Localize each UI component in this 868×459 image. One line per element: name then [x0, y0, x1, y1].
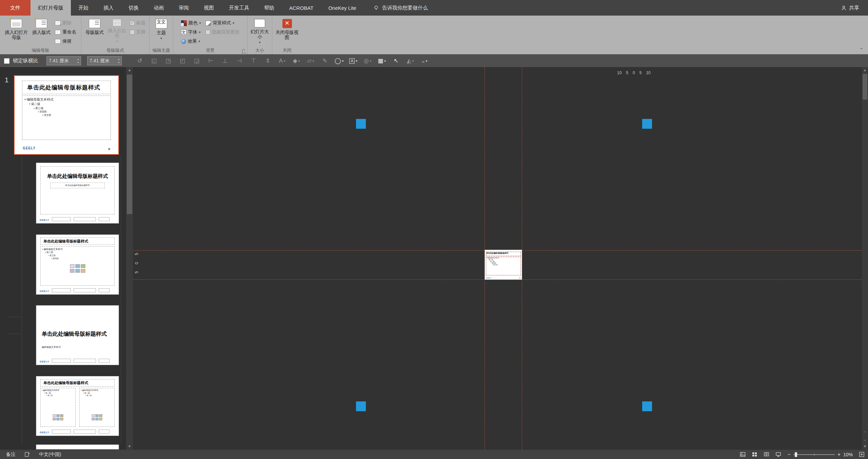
thumbnail-slide-master[interactable]: 单击此处编辑母版标题样式 编辑母版文本样式第二级第三级第四级第五级 GEELY — [14, 75, 119, 155]
guide-handle[interactable] — [642, 401, 652, 411]
resize-height-icon[interactable]: ⇕ — [262, 56, 274, 66]
menu-tab[interactable]: 文件 — [0, 0, 31, 16]
menu-tab[interactable]: 切换 — [121, 0, 146, 16]
spin-down-icon[interactable]: ▼ — [77, 61, 79, 64]
slide-sorter-icon[interactable] — [752, 452, 757, 457]
spin-up-icon[interactable]: ▲ — [77, 58, 79, 60]
bring-to-front-icon[interactable]: ◰ — [177, 56, 188, 66]
slideshow-icon[interactable] — [775, 452, 781, 457]
slide-size-button[interactable]: 幻灯片大小 ▾ — [249, 18, 271, 44]
zoom-in-icon[interactable]: + — [837, 452, 841, 458]
guide-handle[interactable] — [356, 401, 366, 411]
notes-icon[interactable] — [24, 452, 30, 457]
shape-outline-icon[interactable]: ▱ — [305, 56, 316, 66]
menu-tab[interactable]: 幻灯片母版 — [31, 0, 71, 16]
rotate-icon[interactable]: ↺ — [134, 56, 145, 66]
menu-tab[interactable]: 动画 — [146, 0, 171, 16]
align-left-icon[interactable]: ⊢ — [205, 56, 217, 66]
menu-tab[interactable]: 开始 — [71, 0, 96, 16]
shapes-icon[interactable]: ◯ — [333, 56, 345, 66]
thumbnail-layout-partial[interactable] — [36, 444, 119, 450]
bullet-line: 第三级 — [34, 106, 111, 110]
guide-handle[interactable] — [642, 119, 652, 129]
merge-shapes-icon[interactable]: ◎ — [362, 56, 373, 66]
width-stepper: ▲▼ — [87, 56, 122, 65]
colors-icon — [181, 20, 187, 26]
wordart-icon[interactable]: ◭ — [405, 56, 416, 66]
bring-forward-icon[interactable]: ◱ — [148, 56, 160, 66]
insert-slide-master-button[interactable]: ✦ 插入幻灯片母版 — [4, 18, 29, 40]
arrange-icon[interactable]: ▦ — [376, 56, 388, 66]
scroll-down-icon[interactable]: ▼ — [862, 443, 868, 450]
font-icon[interactable]: A — [276, 56, 288, 66]
format-painter-icon[interactable]: ✎ — [319, 56, 331, 66]
zoom-level[interactable]: 10% — [843, 452, 853, 457]
number-placeholder — [99, 217, 110, 221]
thumbnail-layout-two-content[interactable]: 单击此处编辑母版标题样式 编辑母版文本样式第二级第三级 编辑母版文本样式第二级第… — [36, 376, 119, 436]
scroll-up-icon[interactable]: ▲ — [126, 67, 133, 73]
rename-button[interactable]: 重命名 — [54, 28, 77, 36]
dropdown-caret-icon: ▾ — [199, 31, 201, 34]
ruler-number: 5 — [639, 70, 642, 75]
scrollbar-thumb[interactable] — [127, 75, 132, 214]
fit-to-window-icon[interactable] — [859, 452, 865, 457]
send-backward-icon[interactable]: ◳ — [162, 56, 174, 66]
collapse-ribbon-icon[interactable]: ⌃ — [860, 47, 863, 52]
menu-tab[interactable]: 帮助 — [257, 0, 282, 16]
zoom-slider-handle[interactable] — [795, 452, 797, 457]
thumbnail-layout-section[interactable]: 单击此处编辑母版标题样式 编辑母版文本样式 GEELY — [36, 305, 119, 365]
previous-slide-icon[interactable]: ⌃ — [862, 430, 868, 436]
more-tools-icon[interactable]: ₌ — [419, 56, 430, 66]
menu-tab[interactable]: 审阅 — [171, 0, 196, 16]
scrollbar-thumb[interactable] — [863, 74, 867, 100]
next-slide-icon[interactable]: ⌄ — [862, 437, 868, 443]
menu-tab[interactable]: OneKey Lite — [321, 0, 364, 16]
fonts-button[interactable]: 文 字体 ▾ — [180, 28, 202, 36]
scroll-down-icon[interactable]: ▼ — [126, 443, 133, 450]
master-title-text: 单击此处编辑母版标题样式 — [27, 84, 100, 91]
thumbnail-layout-title[interactable]: 单击此处编辑母版标题样式 单击此处编辑母版标题样式 GEELY — [36, 163, 119, 224]
text-box-icon[interactable]: A — [348, 56, 359, 66]
title-checkbox-icon — [130, 21, 135, 25]
shape-fill-icon[interactable]: ◆ — [291, 56, 302, 66]
date-placeholder — [52, 288, 71, 292]
align-top-icon[interactable]: ⊤ — [248, 56, 259, 66]
slide-editing-surface[interactable]: 单击此处编辑母版标题样式 编辑母版文本样式第二级第三级第四级第五级 GEELY — [485, 250, 522, 280]
width-input[interactable] — [87, 58, 116, 64]
thumbnail-layout-content[interactable]: 单击此处编辑母版标题样式 编辑母版文本样式第二级第三级第四级 GEELY — [36, 234, 119, 295]
menu-tab[interactable]: 插入 — [96, 0, 121, 16]
menu-tab[interactable]: 开发工具 — [221, 0, 257, 16]
select-icon[interactable]: ↖ — [390, 56, 402, 66]
preserve-button[interactable]: 保留 — [54, 37, 77, 45]
themes-button[interactable]: 文文 主题 ▾ — [151, 18, 172, 40]
height-input[interactable] — [47, 58, 76, 64]
master-layout-button[interactable]: 母版版式 — [84, 18, 105, 35]
align-right-icon[interactable]: ⊣ — [234, 56, 245, 66]
bullet-line: 第四级 — [51, 257, 114, 260]
lock-aspect-ratio-checkbox[interactable] — [4, 58, 9, 64]
canvas-scrollbar[interactable]: ▲ ⌃ ⌄ ▼ — [862, 67, 868, 450]
effects-button[interactable]: 效果 ▾ — [180, 37, 202, 45]
insert-layout-button[interactable]: ✦ 插入版式 — [29, 18, 53, 35]
spin-up-icon[interactable]: ▲ — [118, 58, 120, 60]
spin-down-icon[interactable]: ▼ — [118, 61, 120, 64]
layout-bullets: 编辑母版文本样式第二级第三级第四级 — [42, 248, 114, 260]
menu-tab[interactable]: ACROBAT — [282, 0, 321, 16]
send-to-back-icon[interactable]: ◲ — [191, 56, 202, 66]
close-master-view-button[interactable]: ✕ 关闭母版视图 — [274, 18, 300, 40]
normal-view-icon[interactable] — [740, 452, 746, 457]
align-center-icon[interactable]: ⊥ — [219, 56, 231, 66]
thumbnail-scrollbar[interactable]: ▲ ▼ — [126, 67, 133, 450]
guide-handle[interactable] — [356, 119, 366, 129]
reading-view-icon[interactable] — [764, 452, 769, 457]
menu-tab[interactable]: 视图 — [196, 0, 221, 16]
background-styles-button[interactable]: 背景样式 ▾ — [204, 19, 240, 27]
zoom-slider[interactable] — [793, 454, 835, 455]
scroll-up-icon[interactable]: ▲ — [862, 67, 868, 73]
colors-button[interactable]: 颜色 ▾ — [180, 19, 202, 27]
language-button[interactable]: 中文(中国) — [39, 452, 61, 458]
tell-me-box[interactable]: 告诉我你想要做什么 — [367, 0, 434, 16]
zoom-out-icon[interactable]: − — [787, 452, 790, 458]
share-button[interactable]: 共享 — [832, 0, 868, 16]
notes-button[interactable]: 备注 — [6, 452, 16, 458]
